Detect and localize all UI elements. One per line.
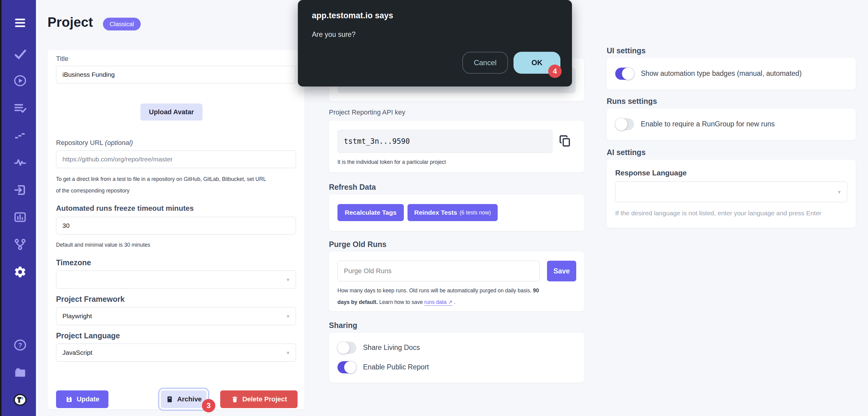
freeze-timeout-help: Default and minimal value is 30 minutes [56,242,150,248]
api-key-label: Project Reporting API key [329,108,405,116]
repository-url-input[interactable] [56,151,296,168]
menu-icon[interactable] [12,15,28,30]
chevron-down-icon: ▼ [837,189,841,195]
framework-label: Project Framework [56,295,125,303]
check-icon[interactable] [12,46,28,62]
sidebar: ? [2,0,36,416]
testomat-logo[interactable] [12,392,28,408]
framework-value: Playwright [62,313,92,320]
recalculate-tags-button[interactable]: Recalculate Tags [337,204,404,221]
toggle-knob [344,361,356,373]
response-language-select[interactable]: ▼ [615,182,847,202]
language-select[interactable]: JavaScript ▼ [56,344,296,362]
require-rungroup-label: Enable to require a RunGroup for new run… [641,120,775,128]
chevron-down-icon: ▼ [286,350,290,355]
purge-old-runs-input[interactable] [337,261,540,281]
trash-icon [231,395,239,403]
response-language-help: If the desired language is not listed, e… [615,210,822,217]
repository-help-line2: of the corresponding repository [56,188,129,194]
save-button[interactable]: Save [547,261,576,281]
reindex-note: (6 tests now) [460,210,491,216]
help-icon[interactable]: ? [12,338,28,353]
bar-chart-icon[interactable] [12,210,28,225]
projects-icon[interactable] [12,364,28,380]
toggle-knob [622,68,634,80]
dialog-message: Are you sure? [312,30,355,39]
play-circle-icon[interactable] [12,73,28,88]
archive-icon [166,395,174,403]
chevron-down-icon: ▼ [286,277,290,282]
api-key-value: tstmt_3n...9590 [337,130,553,153]
require-rungroup-toggle[interactable] [615,118,634,130]
response-language-label: Response Language [615,169,687,177]
freeze-timeout-input[interactable] [56,217,296,234]
share-living-docs-toggle[interactable] [337,342,356,354]
title-input[interactable] [56,66,296,84]
activity-icon[interactable] [12,155,28,170]
sharing-card: Share Living Docs Enable Public Report [329,332,584,383]
copy-icon[interactable] [558,133,572,150]
enable-public-report-label: Enable Public Report [363,363,429,371]
runs-data-link[interactable]: runs data ↗ [424,299,453,305]
repository-help-line1: To get a direct link from a test to file… [56,176,266,183]
reindex-tests-button[interactable]: Reindex Tests (6 tests now) [407,204,498,221]
language-value: JavaScript [62,349,92,356]
share-living-docs-label: Share Living Docs [363,344,420,352]
external-link-icon: ↗ [448,299,453,305]
title-label: Title [56,55,68,63]
timezone-label: Timezone [56,258,91,267]
steps-icon[interactable] [12,128,28,143]
sign-in-icon[interactable] [12,183,28,198]
automation-badges-toggle[interactable] [615,68,634,80]
runs-settings-label: Runs settings [607,97,657,106]
timezone-select[interactable]: ▼ [56,270,296,289]
browser-confirm-dialog: app.testomat.io says Are you sure? Cance… [298,0,572,87]
project-form-card: Title Upload Avatar Repository URL (opti… [48,50,305,409]
delete-project-button[interactable]: Delete Project [220,390,298,408]
toggle-knob [337,342,350,354]
toggle-knob [615,118,627,130]
ui-settings-label: UI settings [607,46,646,55]
save-icon [65,395,73,403]
list-check-icon[interactable] [12,101,28,116]
chevron-down-icon: ▼ [286,314,290,319]
upload-avatar-button[interactable]: Upload Avatar [141,103,203,121]
ok-step-badge: 4 [548,65,562,78]
repository-url-label: Repository URL (optional) [56,139,133,147]
ai-settings-card: Response Language ▼ If the desired langu… [607,160,856,228]
settings-icon[interactable] [12,264,28,280]
optional-hint: (optional) [105,139,133,147]
freeze-timeout-label: Automated runs freeze timeout minutes [56,204,194,213]
automation-badges-label: Show automation type badges (manual, aut… [641,69,802,78]
framework-select[interactable]: Playwright ▼ [56,307,296,325]
ai-settings-label: AI settings [607,148,646,157]
language-label: Project Language [56,331,120,340]
refresh-data-card: Recalculate Tags Reindex Tests (6 tests … [329,194,584,231]
archive-step-badge: 3 [202,399,215,412]
refresh-data-label: Refresh Data [329,183,376,192]
classical-badge: Classical [103,18,141,30]
dialog-title: app.testomat.io says [312,11,393,21]
svg-text:?: ? [18,341,22,349]
sharing-label: Sharing [329,321,357,330]
update-button[interactable]: Update [56,390,108,408]
app-root: ? Project Classical Title Upload Avatar … [0,0,868,416]
api-key-card: tstmt_3n...9590 It is the individual tok… [329,121,584,172]
purge-help-line1: How many days to keep runs. Old runs wil… [337,287,539,294]
archive-button[interactable]: Archive [161,390,207,408]
purge-help-line2: days by default. Learn how to save runs … [337,299,455,306]
ui-settings-card: Show automation type badges (manual, aut… [607,58,856,90]
purge-old-runs-label: Purge Old Runs [329,240,386,249]
runs-settings-card: Enable to require a RunGroup for new run… [607,108,856,140]
enable-public-report-toggle[interactable] [337,361,356,373]
api-key-help: It is the individual token for a particu… [337,159,446,165]
cancel-button[interactable]: Cancel [462,52,508,74]
git-branch-icon[interactable] [12,236,28,252]
page-title: Project [48,14,93,30]
purge-old-runs-card: Save How many days to keep runs. Old run… [329,252,584,311]
